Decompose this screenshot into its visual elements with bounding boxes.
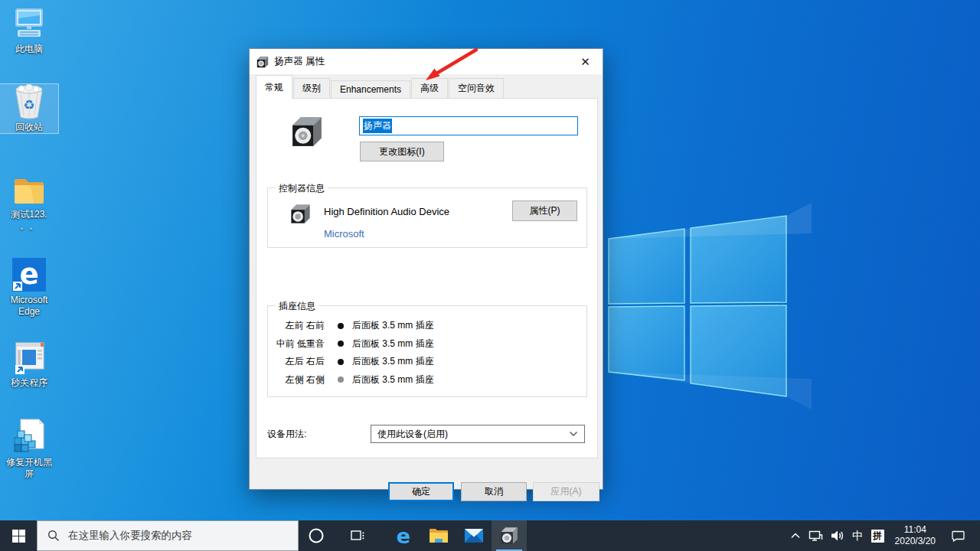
desktop-icon-label-line2: 。。 (0, 220, 58, 232)
search-placeholder: 在这里输入你要搜索的内容 (68, 529, 192, 543)
cortana-button[interactable] (299, 520, 334, 551)
desktop-icon-label: 此电脑 (0, 44, 58, 55)
jack-description: 后面板 3.5 mm 插座 (352, 337, 434, 350)
task-view-button[interactable] (340, 520, 375, 551)
close-icon[interactable]: ✕ (568, 49, 603, 74)
taskbar-mail-button[interactable] (456, 520, 492, 551)
desktop-icon-label-line2: Edge (0, 306, 58, 318)
device-usage-label: 设备用法: (267, 428, 306, 441)
device-usage-value: 使用此设备(启用) (377, 428, 569, 441)
cancel-button[interactable]: 取消 (461, 482, 527, 501)
taskbar: 在这里输入你要搜索的内容 e (0, 520, 980, 551)
jack-row: 左前 右前 后面板 3.5 mm 插座 (268, 317, 586, 335)
controller-device-icon (290, 204, 311, 224)
tab-strip: 常规 级别 Enhancements 高级 空间音效 (256, 80, 505, 99)
tray-network-icon[interactable] (805, 520, 827, 551)
cortana-icon (308, 527, 325, 544)
tray-chevron-up-icon[interactable] (786, 520, 805, 551)
controller-info-title: 控制器信息 (276, 182, 328, 195)
start-button[interactable] (0, 520, 37, 551)
jack-color-dot-black (338, 359, 344, 365)
folder-icon (0, 171, 58, 207)
desktop-icon-microsoft-edge[interactable]: e Microsoft Edge (0, 257, 58, 318)
edge-icon: e (0, 257, 58, 292)
recycle-bin-icon: ♻ (0, 84, 58, 119)
jack-description: 后面板 3.5 mm 插座 (352, 319, 434, 332)
jack-channel-label: 左后 右后 (268, 355, 325, 368)
device-name-value: 扬声器 (363, 119, 392, 133)
jack-color-dot-orange (338, 341, 344, 347)
tab-advanced[interactable]: 高级 (411, 78, 448, 99)
taskbar-sound-app-button-active[interactable] (492, 520, 527, 551)
action-center-button[interactable] (942, 520, 974, 551)
desktop-icon-this-pc[interactable]: 此电脑 (0, 6, 58, 55)
tab-enhancements[interactable]: Enhancements (331, 80, 410, 99)
program-window-icon (0, 340, 58, 375)
device-name-input[interactable]: 扬声器 (359, 116, 578, 135)
properties-button[interactable]: 属性(P) (512, 201, 577, 221)
dialog-titlebar[interactable]: 扬声器 属性 ✕ (250, 49, 603, 74)
file-explorer-icon (429, 527, 449, 544)
device-usage-dropdown[interactable]: 使用此设备(启用) (371, 425, 585, 443)
desktop-icon-quick-close-app[interactable]: 秒关程序 (0, 340, 58, 389)
desktop-icon-label: Microsoft (0, 295, 58, 306)
desktop-icon-label: 测试123. (0, 209, 58, 220)
tab-levels[interactable]: 级别 (293, 78, 330, 99)
speaker-properties-dialog: 扬声器 属性 ✕ 常规 级别 Enhancements 高级 空间音效 扬声器 … (249, 48, 603, 490)
dialog-title: 扬声器 属性 (274, 55, 325, 68)
general-tab-page: 扬声器 更改图标(I) 控制器信息 High Definition Audio … (256, 98, 598, 458)
tray-ime-pinyin-indicator[interactable]: 拼 (867, 520, 888, 551)
taskbar-search-box[interactable]: 在这里输入你要搜索的内容 (37, 520, 299, 551)
tray-date: 2020/3/20 (895, 536, 936, 547)
action-center-icon (952, 530, 965, 542)
taskbar-edge-button[interactable]: e (386, 520, 421, 551)
task-view-icon (350, 529, 365, 543)
controller-info-group: 控制器信息 High Definition Audio Device Micro… (267, 187, 587, 248)
apply-button-disabled: 应用(A) (533, 482, 599, 501)
jack-info-title: 插座信息 (276, 300, 318, 313)
chevron-down-icon (569, 431, 578, 437)
search-icon (47, 530, 60, 542)
tray-time: 11:04 (895, 524, 936, 536)
jack-info-group: 插座信息 左前 右前 后面板 3.5 mm 插座 中前 低重音 后面板 3.5 … (267, 305, 587, 397)
change-icon-button[interactable]: 更改图标(I) (360, 142, 444, 161)
desktop-icon-test-folder[interactable]: 测试123. 。。 (0, 171, 58, 232)
desktop-icon-fix-black-screen[interactable]: 修复开机黑 屏 (0, 419, 58, 480)
jack-description: 后面板 3.5 mm 插座 (352, 355, 434, 368)
jack-channel-label: 左前 右前 (268, 319, 325, 332)
speaker-device-icon (291, 116, 323, 148)
system-tray: 中 拼 11:04 2020/3/20 (786, 520, 980, 551)
speaker-app-icon (500, 527, 518, 545)
tray-clock[interactable]: 11:04 2020/3/20 (888, 524, 942, 547)
registry-file-icon (0, 419, 58, 455)
desktop-icon-label-line2: 屏 (0, 468, 58, 480)
tray-volume-icon[interactable] (827, 520, 848, 551)
jack-color-dot-green (338, 323, 344, 329)
mail-icon (464, 528, 484, 543)
jack-rows: 左前 右前 后面板 3.5 mm 插座 中前 低重音 后面板 3.5 mm 插座… (268, 317, 586, 389)
jack-description: 后面板 3.5 mm 插座 (352, 373, 434, 386)
speaker-title-icon (256, 56, 269, 68)
tab-general[interactable]: 常规 (256, 75, 292, 99)
jack-row: 左侧 右侧 后面板 3.5 mm 插座 (268, 371, 586, 390)
jack-row: 中前 低重音 后面板 3.5 mm 插座 (268, 335, 586, 354)
jack-channel-label: 中前 低重音 (268, 337, 325, 350)
desktop-icon-label: 回收站 (0, 122, 58, 133)
jack-row: 左后 右后 后面板 3.5 mm 插座 (268, 353, 586, 371)
windows-start-icon (12, 530, 25, 543)
edge-icon: e (397, 524, 410, 548)
tab-spatial-sound[interactable]: 空间音效 (449, 78, 504, 99)
desktop-icon-label: 秒关程序 (0, 377, 58, 389)
controller-device-name: High Definition Audio Device (324, 206, 449, 217)
svg-text:e: e (19, 258, 38, 291)
svg-text:♻: ♻ (23, 98, 34, 112)
windows-logo-wallpaper (590, 203, 812, 417)
vendor-link[interactable]: Microsoft (324, 228, 364, 240)
desktop-icon-label: 修复开机黑 (0, 457, 58, 468)
pinyin-badge: 拼 (871, 530, 884, 543)
this-pc-icon (0, 6, 58, 41)
taskbar-file-explorer-button[interactable] (421, 520, 456, 551)
tray-ime-language-indicator[interactable]: 中 (848, 520, 867, 551)
desktop-icon-recycle-bin[interactable]: ♻ 回收站 (0, 84, 58, 133)
ok-button[interactable]: 确定 (388, 482, 454, 501)
